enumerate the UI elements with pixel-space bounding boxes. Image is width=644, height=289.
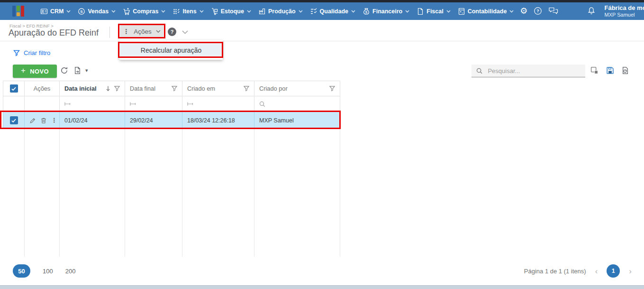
header-data-final[interactable]: Data final — [125, 81, 182, 96]
filter-funnel-icon[interactable] — [114, 86, 120, 92]
collapse-chevron-icon[interactable] — [182, 30, 188, 34]
cell-criado-em: 18/03/24 12:26:18 — [182, 112, 254, 129]
app-logo[interactable] — [12, 6, 24, 17]
header-criado-por[interactable]: Criado por — [254, 81, 340, 96]
table-row[interactable]: ⋮ 01/02/24 29/02/24 18/03/24 12:26:18 MX… — [3, 112, 340, 129]
menu-producao[interactable]: Produção — [258, 8, 303, 15]
search-input[interactable] — [487, 67, 581, 75]
previous-page-chevron-icon[interactable]: ‹ — [595, 267, 598, 275]
filter-funnel-icon[interactable] — [172, 86, 177, 92]
empty-column — [182, 129, 254, 257]
filter-criado-em[interactable] — [182, 96, 254, 112]
delete-trash-icon[interactable] — [40, 117, 47, 124]
bell-icon[interactable] — [587, 7, 596, 16]
empty-column — [3, 129, 25, 257]
menu-label: Financeiro — [372, 8, 402, 15]
svg-text:S: S — [365, 10, 368, 14]
filter-data-inicial[interactable] — [60, 96, 125, 112]
menu-itens[interactable]: Itens — [172, 8, 203, 15]
horizontal-scrollbar[interactable] — [0, 285, 644, 289]
chevron-down-icon — [111, 10, 116, 13]
chevron-down-icon — [299, 10, 303, 13]
filter-funnel-icon[interactable] — [329, 86, 335, 92]
reset-layout-icon[interactable] — [621, 66, 629, 75]
chat-icon[interactable] — [548, 7, 559, 15]
menu-label: Produção — [268, 8, 296, 15]
page-size-selector: 50 100 200 — [13, 264, 75, 278]
crm-person-icon — [40, 8, 48, 15]
header-data-inicial[interactable]: Data inicial — [60, 81, 125, 96]
select-all-checkbox[interactable] — [10, 84, 18, 93]
empty-column — [254, 129, 340, 257]
page-size-100[interactable]: 100 — [43, 268, 53, 275]
items-grid-icon — [172, 8, 180, 15]
column-chooser-icon[interactable] — [590, 66, 599, 75]
chevron-down-icon — [405, 10, 409, 13]
filter-criado-por[interactable] — [254, 96, 340, 112]
new-button[interactable]: + NOVO — [13, 65, 57, 78]
menu-fiscal[interactable]: Fiscal — [417, 8, 450, 15]
chevron-down-icon — [446, 10, 451, 13]
menu-label: Qualidade — [320, 8, 348, 15]
page-size-200[interactable]: 200 — [65, 268, 76, 275]
search-icon — [259, 101, 265, 107]
menu-crm[interactable]: CRM — [40, 8, 71, 15]
dropdown-item-recalcular[interactable]: Recalcular apuração — [119, 42, 223, 58]
sort-descending-icon — [105, 85, 111, 92]
empty-column — [25, 129, 60, 257]
menu-label: Itens — [182, 8, 196, 15]
gear-icon[interactable]: ⚙ — [520, 7, 527, 15]
column-label: Data final — [130, 85, 155, 92]
chevron-down-icon — [66, 10, 71, 13]
pagination-info: Página 1 de 1 (1 itens) — [524, 268, 586, 275]
menu-estoque[interactable]: Estoque — [211, 8, 251, 15]
search-box — [472, 65, 585, 77]
table-filter-row — [3, 96, 340, 112]
export-caret-icon[interactable]: ▾ — [85, 67, 88, 74]
actions-button[interactable]: ⋮ Ações — [120, 25, 163, 37]
kebab-icon: ⋮ — [123, 28, 129, 35]
logo-bar-blue — [12, 6, 16, 17]
refresh-icon[interactable] — [60, 66, 68, 75]
cell-value: 18/03/24 12:26:18 — [187, 117, 235, 124]
filter-funnel-icon — [13, 50, 20, 56]
title-divider — [109, 27, 110, 38]
date-range-icon — [187, 102, 193, 106]
help-circle-icon[interactable]: ? — [534, 7, 542, 15]
account-switcher[interactable]: Fábrica de móveis - Ma... MXP Samuel — [604, 5, 644, 18]
save-layout-icon[interactable] — [606, 66, 614, 75]
row-kebab-icon[interactable]: ⋮ — [51, 117, 57, 124]
row-checkbox[interactable] — [10, 116, 18, 124]
chevron-down-icon — [509, 10, 514, 13]
create-filter-link[interactable]: Criar filtro — [13, 49, 50, 56]
page-size-50[interactable]: 50 — [13, 264, 30, 278]
column-label: Criado por — [259, 85, 288, 92]
current-page-button[interactable]: 1 — [607, 264, 620, 278]
menu-compras[interactable]: Compras — [123, 8, 165, 15]
menu-label: Vendas — [88, 8, 109, 15]
header-separator — [0, 41, 644, 41]
svg-text:S: S — [81, 9, 83, 14]
export-document-icon[interactable] — [73, 66, 82, 75]
menu-label: CRM — [50, 8, 63, 15]
menu-financeiro[interactable]: S Financeiro — [363, 8, 409, 15]
filter-data-final[interactable] — [125, 96, 182, 112]
edit-pencil-icon[interactable] — [29, 117, 36, 124]
menu-vendas[interactable]: S Vendas — [78, 8, 116, 15]
navbar-right-cluster: ⚙ ? Fábrica de móveis - Ma... MXP Samuel — [514, 5, 644, 18]
menu-contabilidade[interactable]: Contabilidade — [458, 8, 514, 15]
plus-icon: + — [21, 66, 26, 75]
menu-qualidade[interactable]: Qualidade — [310, 8, 355, 15]
date-range-icon — [130, 102, 136, 106]
row-select-cell — [3, 112, 25, 129]
header-criado-em[interactable]: Criado em — [182, 81, 254, 96]
logo-bar-red — [21, 6, 24, 17]
header-acoes: Ações — [25, 81, 60, 96]
chevron-down-icon — [156, 30, 161, 33]
check-icon — [11, 118, 17, 123]
page-help-button[interactable]: ? — [168, 28, 176, 36]
next-page-chevron-icon[interactable]: › — [629, 267, 632, 275]
chevron-down-icon — [351, 10, 355, 13]
cell-value: MXP Samuel — [259, 117, 294, 124]
filter-funnel-icon[interactable] — [244, 86, 249, 92]
